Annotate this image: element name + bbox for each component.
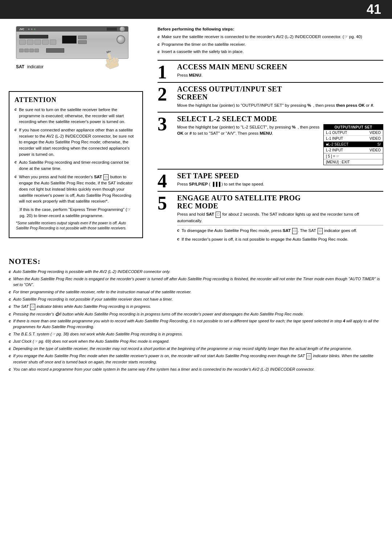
- step-1-number: 1: [158, 61, 175, 82]
- notes-section: NOTES: c Auto Satellite Prog recording i…: [0, 252, 392, 381]
- note-6: c Pressing the recorder's ⏻/I button whi…: [9, 311, 383, 317]
- main-content: JVC: [0, 19, 392, 252]
- oi-row-l1-output: L-1 OUTPUT VIDEO: [324, 130, 383, 136]
- oi-footer-menu: [MENU] : EXIT: [324, 159, 383, 165]
- vcr-small-btn-b[interactable]: [78, 40, 87, 44]
- vcr-knob-top: [119, 26, 125, 32]
- vcr-right-button: [106, 27, 117, 31]
- step-3-title: SELECT L-2 SELECT MODE: [177, 115, 383, 123]
- oi-value-l2-input: VIDEO: [369, 148, 381, 152]
- step-5-content: ENGAGE AUTO SATELLITE PROGREC MODE Press…: [175, 192, 383, 248]
- oi-label-l2-select: ■L-2 SELECT: [326, 142, 348, 146]
- before-item-3: c Insert a cassette with the safety tab …: [158, 49, 383, 55]
- before-item-1: c Make sure the satellite receiver is co…: [158, 34, 383, 40]
- attention-item-4: c When you press and hold the recorder's…: [15, 174, 137, 204]
- oi-value-l1-input: VIDEO: [369, 137, 381, 140]
- vcr-control-btn-3[interactable]: [34, 40, 41, 45]
- step-2-number: 2: [158, 83, 175, 112]
- oi-row-l2-select: ■L-2 SELECT S/: [324, 142, 383, 147]
- oi-value-l2-select: S/: [377, 142, 381, 146]
- step-3-text: Move the highlight bar (pointer) to "L-2…: [177, 124, 320, 136]
- note-12: c You can also record a programme from y…: [9, 367, 383, 372]
- step-1-desc: Press MENU.: [177, 72, 383, 78]
- step-2-content: ACCESS OUTPUT/INPUT SETSCREEN Move the h…: [175, 83, 383, 112]
- vcr-main-knob[interactable]: [117, 35, 125, 44]
- note-3: c For timer programming of the satellite…: [9, 289, 383, 295]
- vcr-bottom-btn-4[interactable]: [34, 49, 39, 52]
- note-1: c Auto Satellite Prog recording is possi…: [9, 269, 383, 275]
- step-4-number: 4: [158, 170, 175, 191]
- vcr-bottom-btn-1[interactable]: [19, 49, 24, 52]
- step-4: 4 SET TAPE SPEED Press SP/LP/EP ( ▐▐▐ ) …: [158, 169, 383, 191]
- right-column: Before performing the following steps: c…: [158, 26, 383, 248]
- attention-title: ATTENTION: [15, 96, 137, 104]
- attention-item-note: *Some satellite receivers output signals…: [15, 221, 137, 231]
- step-5-desc: Press and hold SAT □ for about 2 seconds…: [177, 211, 383, 224]
- oi-table-header: OUTPUT/INPUT SET: [324, 125, 383, 130]
- page-number: 41: [367, 2, 381, 17]
- step-2-title: ACCESS OUTPUT/INPUT SETSCREEN: [177, 85, 383, 101]
- vcr-display-panel: [62, 36, 77, 44]
- step-3-content: SELECT L-2 SELECT MODE Move the highligh…: [175, 113, 383, 169]
- step-1: 1 ACCESS MAIN MENU SCREEN Press MENU.: [158, 60, 383, 82]
- note-5: c The SAT □ indicator blinks while Auto …: [9, 304, 383, 310]
- step-4-content: SET TAPE SPEED Press SP/LP/EP ( ▐▐▐ ) to…: [175, 170, 383, 191]
- oi-label-l2-input: L-2 INPUT: [326, 148, 343, 152]
- vcr-bottom-btn-3[interactable]: [29, 49, 34, 52]
- note-9: c Just Clock (☞ pg. 69) does not work wh…: [9, 339, 383, 345]
- step-5-title: ENGAGE AUTO SATELLITE PROGREC MODE: [177, 194, 383, 210]
- oi-label-l1-output: L-1 OUTPUT: [326, 131, 347, 135]
- note-4: c Auto Satellite Prog recording is not p…: [9, 297, 383, 302]
- before-performing-section: Before performing the following steps: c…: [158, 26, 383, 55]
- vcr-dot-2: [31, 28, 33, 30]
- output-input-table: OUTPUT/INPUT SET L-1 OUTPUT VIDEO L-1 IN…: [323, 124, 383, 165]
- step-4-desc: Press SP/LP/EP ( ▐▐▐ ) to set the tape s…: [177, 181, 383, 187]
- vcr-cassette-slot: [19, 35, 48, 38]
- sat-text: SAT: [16, 64, 24, 69]
- page-header: 41: [0, 0, 392, 19]
- vcr-control-btn-5[interactable]: [50, 40, 56, 45]
- oi-footer-menu-label: [MENU] : EXIT: [326, 160, 350, 164]
- note-10: c Depending on the type of satellite rec…: [9, 346, 383, 352]
- left-column: JVC: [9, 26, 150, 248]
- vcr-indicator-dots: [28, 28, 36, 30]
- attention-item-3: c Auto Satellite Prog recording and time…: [15, 159, 137, 171]
- vcr-dot-1: [28, 28, 30, 30]
- notes-title: NOTES:: [9, 257, 383, 266]
- step-3-inner: Move the highlight bar (pointer) to "L-2…: [177, 124, 383, 165]
- sat-label-area: SAT indicator: [16, 64, 44, 69]
- vcr-logo: JVC: [19, 28, 24, 30]
- note-2: c When the Auto Satellite Prog Rec mode …: [9, 276, 383, 288]
- vcr-control-btn-2[interactable]: [27, 40, 33, 45]
- vcr-dot-power: [34, 28, 36, 30]
- vcr-channel-display: [46, 48, 64, 53]
- before-item-2: c Programme the timer on the satellite r…: [158, 41, 383, 48]
- attention-box: ATTENTION c Be sure not to turn on the s…: [9, 91, 143, 238]
- attention-item-2: c If you have connected another applianc…: [15, 127, 137, 157]
- oi-row-l2-input: L-2 INPUT VIDEO: [324, 147, 383, 153]
- step-5: 5 ENGAGE AUTO SATELLITE PROGREC MODE Pre…: [158, 191, 383, 248]
- step-3-number: 3: [158, 113, 175, 169]
- attention-item-5: If this is the case, perform "Express Ti…: [15, 207, 137, 219]
- oi-label-l1-input: L-1 INPUT: [326, 137, 343, 140]
- vcr-small-btn-a[interactable]: [78, 36, 87, 39]
- vcr-image-area: JVC: [9, 26, 132, 69]
- note-8: c The B.E.S.T. system (☞ pg. 38) does no…: [9, 331, 383, 337]
- step-5-sub-2: c If the recorder's power is off, it is …: [177, 236, 383, 243]
- before-performing-title: Before performing the following steps:: [158, 26, 383, 32]
- step-5-number: 5: [158, 192, 175, 248]
- step-2: 2 ACCESS OUTPUT/INPUT SETSCREEN Move the…: [158, 82, 383, 112]
- step-1-content: ACCESS MAIN MENU SCREEN Press MENU.: [175, 61, 383, 82]
- vcr-control-btn-4[interactable]: [42, 40, 49, 45]
- note-11: c If you engage the Auto Satellite Prog …: [9, 353, 383, 365]
- step-5-sub-1: c To disengage the Auto Satellite Prog R…: [177, 228, 383, 234]
- indicator-text: indicator: [27, 64, 44, 69]
- oi-footer: [ 5 ] = ☞: [324, 153, 383, 159]
- vcr-control-btn-1[interactable]: [19, 40, 26, 45]
- oi-value-l1-output: VIDEO: [369, 131, 381, 135]
- vcr-bottom-btn-2[interactable]: [24, 49, 29, 52]
- step-4-title: SET TAPE SPEED: [177, 172, 383, 180]
- step-1-title: ACCESS MAIN MENU SCREEN: [177, 63, 383, 71]
- step-3: 3 SELECT L-2 SELECT MODE Move the highli…: [158, 112, 383, 169]
- vcr-front-panel: [16, 32, 128, 48]
